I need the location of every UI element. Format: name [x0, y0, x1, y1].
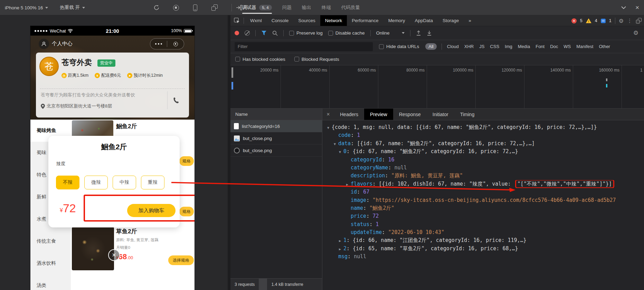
- add-to-cart-button[interactable]: 加入购物车: [127, 204, 176, 217]
- close-detail-icon[interactable]: ×: [322, 109, 334, 120]
- kebab-menu-icon[interactable]: ⋮: [627, 18, 632, 24]
- type-chip-doc[interactable]: Doc: [550, 43, 558, 50]
- detail-tab-initiator[interactable]: Initiator: [427, 109, 454, 120]
- filter-funnel-icon[interactable]: [261, 30, 267, 36]
- type-chip-cloud[interactable]: Cloud: [447, 43, 459, 50]
- gear-icon[interactable]: ⚙: [619, 18, 624, 24]
- preview-tree-row[interactable]: ▼0: {id: 67, name: "鮰鱼2斤", categoryId: 1…: [322, 148, 644, 156]
- refresh-icon[interactable]: [152, 3, 161, 12]
- devtools-tab-memory[interactable]: Memory: [383, 15, 410, 26]
- preview-tree-row[interactable]: ▶2: {id: 65, name: "草鱼2斤", categoryId: 1…: [322, 245, 644, 253]
- preserve-log-checkbox[interactable]: Preserve log: [289, 30, 323, 36]
- preview-tree-row[interactable]: updateTime: "2022-06-10 10:43": [322, 228, 644, 236]
- type-chip-media[interactable]: Media: [518, 43, 530, 50]
- category-item[interactable]: 汤类: [30, 274, 71, 290]
- type-chip-xhr[interactable]: XHR: [464, 43, 474, 50]
- type-chip-other[interactable]: Other: [598, 43, 610, 50]
- editor-tab-调试器[interactable]: 调试器5, 4: [237, 0, 277, 15]
- detail-tab-response[interactable]: Response: [393, 109, 427, 120]
- devtools-tab-wxml[interactable]: Wxml: [245, 15, 267, 26]
- warning-count[interactable]: 4: [595, 18, 597, 23]
- throttling-select[interactable]: Online: [376, 30, 405, 36]
- preview-tree-row[interactable]: categoryName: null: [322, 164, 644, 172]
- duplicate-window-icon[interactable]: [210, 3, 219, 12]
- device-phone-icon[interactable]: [191, 3, 200, 12]
- phone-call-icon[interactable]: [171, 95, 182, 106]
- category-item[interactable]: 传统主食: [30, 230, 71, 252]
- detail-tab-timing[interactable]: Timing: [454, 109, 481, 120]
- filter-input[interactable]: [235, 42, 373, 51]
- device-selector[interactable]: iPhone 5 100% 16: [5, 5, 48, 10]
- category-item[interactable]: 酒水饮料: [30, 252, 71, 274]
- type-chip-js[interactable]: JS: [479, 43, 485, 50]
- blocked-requests-checkbox[interactable]: Blocked Requests: [294, 57, 339, 62]
- inspect-element-icon[interactable]: [230, 15, 244, 26]
- tree-collapsed-icon[interactable]: ▶: [339, 237, 343, 244]
- editor-tab-问题[interactable]: 问题: [277, 0, 297, 15]
- devtools-tab-storage[interactable]: Storage: [438, 15, 464, 26]
- flavor-button-重辣[interactable]: 重辣: [141, 176, 164, 189]
- dish-photo[interactable]: [72, 227, 114, 270]
- menu-dots-icon[interactable]: [150, 43, 167, 45]
- request-row[interactable]: but_close.png: [230, 144, 322, 157]
- tree-expanded-icon[interactable]: ▼: [334, 140, 338, 148]
- flavor-button-中辣[interactable]: 中辣: [113, 176, 136, 189]
- error-count[interactable]: 5: [580, 18, 583, 23]
- preview-tree-row[interactable]: code: 1: [322, 131, 644, 139]
- more-tabs-button[interactable]: »: [464, 15, 476, 26]
- request-row[interactable]: but_close.png: [230, 132, 322, 144]
- close-icon[interactable]: ×: [635, 4, 639, 11]
- editor-tab-终端[interactable]: 终端: [316, 0, 336, 15]
- flavor-button-不辣[interactable]: 不辣: [56, 176, 79, 189]
- choose-spec-button-partial[interactable]: 规格: [179, 207, 194, 216]
- disable-cache-checkbox[interactable]: Disable cache: [328, 30, 365, 36]
- preview-tree-row[interactable]: description: "原料: 鮰鱼, 黄豆芽, 莲藕": [322, 172, 644, 180]
- request-row[interactable]: list?categoryId=16: [230, 120, 322, 132]
- devtools-tab-appdata[interactable]: AppData: [410, 15, 438, 26]
- preview-tree-row[interactable]: name: "鮰鱼2斤": [322, 204, 644, 212]
- network-overview-timeline[interactable]: 20000 ms40000 ms60000 ms80000 ms100000 m…: [230, 65, 644, 109]
- hot-reload-selector[interactable]: 热重载 开: [60, 4, 85, 11]
- type-chip-manifest[interactable]: Manifest: [576, 43, 594, 50]
- avatar[interactable]: [39, 39, 49, 49]
- dock-side-icon[interactable]: [636, 18, 642, 24]
- detail-tab-headers[interactable]: Headers: [334, 109, 364, 120]
- type-chip-css[interactable]: CSS: [490, 43, 500, 50]
- type-chip-ws[interactable]: WS: [563, 43, 571, 50]
- message-count[interactable]: 1: [609, 18, 612, 23]
- tree-collapsed-icon[interactable]: ▶: [339, 245, 343, 253]
- stop-record-icon[interactable]: [171, 3, 180, 12]
- network-settings-gear-icon[interactable]: ⚙: [633, 29, 638, 37]
- devtools-tab-sources[interactable]: Sources: [293, 15, 320, 26]
- export-har-icon[interactable]: [427, 30, 432, 36]
- preview-tree-row[interactable]: ▶1: {id: 66, name: "江团鱼2斤", categoryId: …: [322, 236, 644, 244]
- preview-tree-row[interactable]: ▼{code: 1, msg: null, data: [{id: 67, na…: [322, 123, 644, 131]
- editor-tab-输出[interactable]: 输出: [297, 0, 316, 15]
- search-icon[interactable]: [272, 30, 278, 36]
- preview-tree-row[interactable]: id: 67: [322, 188, 644, 196]
- devtools-tab-network[interactable]: Network: [320, 15, 347, 26]
- preview-tree-row[interactable]: msg: null: [322, 253, 644, 261]
- flavor-button-微辣[interactable]: 微辣: [84, 176, 108, 189]
- choose-spec-button[interactable]: 选择规格: [168, 255, 194, 265]
- preview-tree-row[interactable]: status: 1: [322, 221, 644, 228]
- devtools-tab-console[interactable]: Console: [267, 15, 294, 26]
- type-chip-all[interactable]: All: [425, 43, 436, 50]
- panel-splitter[interactable]: [228, 15, 230, 290]
- modal-close-button[interactable]: ✕: [108, 249, 120, 261]
- preview-tree-row[interactable]: ▼data: [{id: 67, name: "鮰鱼2斤", categoryI…: [322, 140, 644, 148]
- tree-expanded-icon[interactable]: ▼: [327, 124, 332, 131]
- close-target-icon[interactable]: [167, 42, 184, 46]
- tree-expanded-icon[interactable]: ▼: [339, 148, 343, 156]
- editor-tab-代码质量[interactable]: 代码质量: [336, 0, 365, 15]
- preview-tree-row[interactable]: ▶flavors: [{id: 102, dishId: 67, name: "…: [322, 180, 644, 188]
- tree-collapsed-icon[interactable]: ▶: [346, 180, 351, 188]
- detail-tab-preview[interactable]: Preview: [364, 109, 393, 120]
- collapse-chevron-icon[interactable]: [621, 6, 626, 9]
- choose-spec-button-partial[interactable]: 规格: [179, 156, 194, 166]
- record-button[interactable]: [235, 31, 239, 35]
- type-chip-font[interactable]: Font: [535, 43, 545, 50]
- import-har-icon[interactable]: [416, 30, 421, 36]
- miniprogram-capsule[interactable]: [150, 38, 184, 49]
- has-blocked-cookies-checkbox[interactable]: Has blocked cookies: [235, 57, 285, 62]
